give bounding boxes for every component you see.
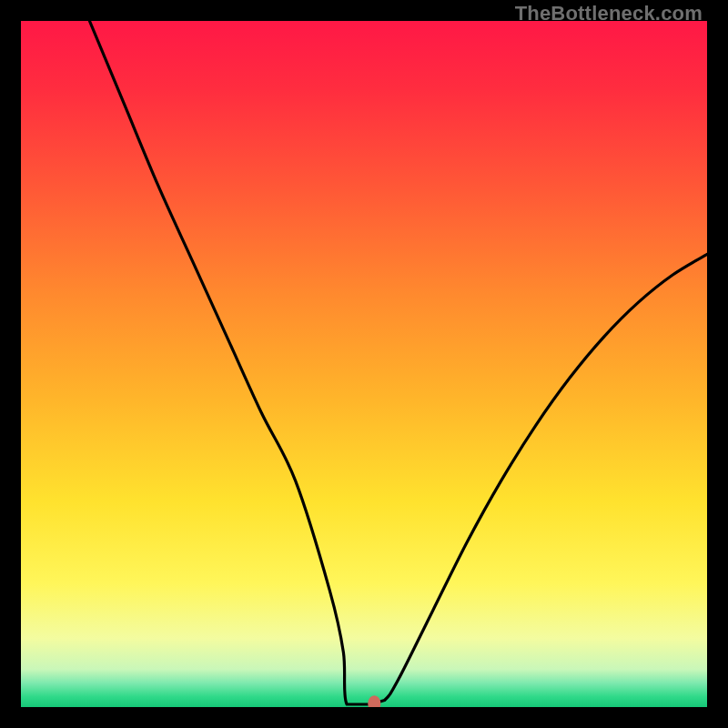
- chart-svg: [21, 21, 707, 707]
- plot-area: [21, 21, 707, 707]
- gradient-background: [21, 21, 707, 707]
- chart-frame: TheBottleneck.com: [0, 0, 728, 728]
